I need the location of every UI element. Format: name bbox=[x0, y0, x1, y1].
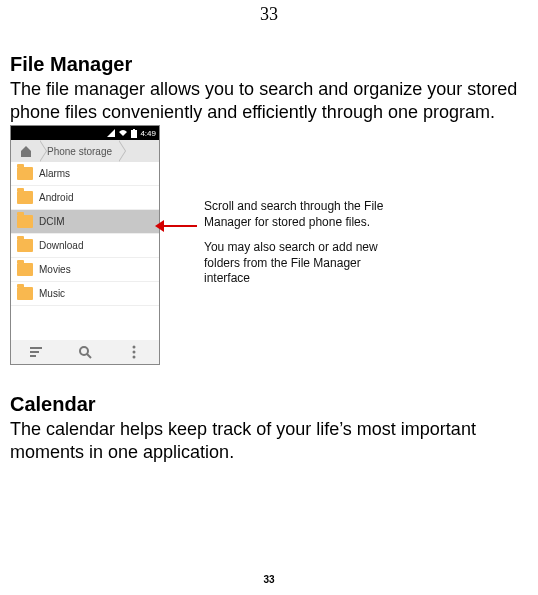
file-item-label: Alarms bbox=[39, 168, 70, 179]
overflow-button[interactable] bbox=[110, 340, 159, 364]
file-item[interactable]: Movies bbox=[11, 258, 159, 282]
sort-button[interactable] bbox=[11, 340, 60, 364]
section-title-file-manager: File Manager bbox=[10, 53, 532, 76]
svg-point-7 bbox=[133, 356, 136, 359]
svg-point-3 bbox=[80, 347, 88, 355]
file-item[interactable]: Android bbox=[11, 186, 159, 210]
section-body-file-manager: The file manager allows you to search an… bbox=[10, 78, 532, 123]
folder-icon bbox=[17, 239, 33, 252]
status-time: 4:49 bbox=[140, 129, 156, 138]
section-body-calendar: The calendar helps keep track of your li… bbox=[10, 418, 532, 463]
battery-icon bbox=[131, 129, 137, 138]
annotation-p1: Scroll and search through the File Manag… bbox=[204, 199, 384, 230]
search-button[interactable] bbox=[60, 340, 109, 364]
svg-rect-2 bbox=[133, 129, 135, 130]
bottom-toolbar bbox=[11, 340, 159, 364]
file-list: AlarmsAndroidDCIMDownloadMoviesMusic bbox=[11, 162, 159, 306]
file-item[interactable]: Alarms bbox=[11, 162, 159, 186]
breadcrumb-segment[interactable]: Phone storage bbox=[39, 140, 118, 162]
page-number-top: 33 bbox=[0, 0, 538, 25]
overflow-icon bbox=[132, 345, 136, 359]
annotation-block: Scroll and search through the File Manag… bbox=[204, 199, 384, 287]
search-icon bbox=[78, 345, 92, 359]
status-bar: 4:49 bbox=[11, 126, 159, 140]
folder-icon bbox=[17, 167, 33, 180]
folder-icon bbox=[17, 287, 33, 300]
phone-screenshot: 4:49 Phone storage AlarmsAndroidDCIMDown… bbox=[10, 125, 160, 365]
svg-line-4 bbox=[87, 354, 91, 358]
file-item-label: Movies bbox=[39, 264, 71, 275]
breadcrumb-label: Phone storage bbox=[47, 146, 112, 157]
svg-rect-1 bbox=[131, 130, 137, 138]
file-item-label: Music bbox=[39, 288, 65, 299]
arrow-left-icon bbox=[163, 225, 197, 227]
breadcrumb-home[interactable] bbox=[11, 140, 39, 162]
file-item[interactable]: DCIM bbox=[11, 210, 159, 234]
signal-icon bbox=[107, 129, 115, 137]
folder-icon bbox=[17, 263, 33, 276]
page-number-bottom: 33 bbox=[0, 574, 538, 585]
file-item-label: Android bbox=[39, 192, 73, 203]
svg-point-6 bbox=[133, 351, 136, 354]
sort-icon bbox=[29, 346, 43, 358]
annotation-p2: You may also search or add new folders f… bbox=[204, 240, 384, 287]
home-icon bbox=[19, 144, 33, 158]
svg-marker-0 bbox=[107, 129, 115, 137]
file-item[interactable]: Download bbox=[11, 234, 159, 258]
breadcrumb: Phone storage bbox=[11, 140, 159, 162]
file-item-label: Download bbox=[39, 240, 83, 251]
wifi-icon bbox=[118, 129, 128, 137]
file-item[interactable]: Music bbox=[11, 282, 159, 306]
file-item-label: DCIM bbox=[39, 216, 65, 227]
svg-point-5 bbox=[133, 346, 136, 349]
folder-icon bbox=[17, 191, 33, 204]
section-title-calendar: Calendar bbox=[10, 393, 532, 416]
folder-icon bbox=[17, 215, 33, 228]
